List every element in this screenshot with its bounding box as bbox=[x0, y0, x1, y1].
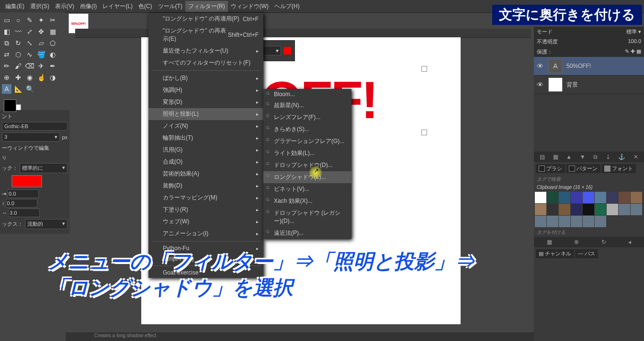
tool-measure[interactable]: 📐 bbox=[13, 84, 23, 94]
tool-perspective[interactable]: ⬠ bbox=[48, 38, 57, 48]
smi-vignette[interactable]: ビネット(V)... bbox=[263, 183, 351, 195]
menu-select[interactable]: 選択(S) bbox=[27, 1, 52, 12]
layer-name[interactable]: 背景 bbox=[566, 81, 578, 89]
mi-animation[interactable]: アニメーション(I) bbox=[148, 228, 263, 240]
box-select[interactable]: 流動的▾ bbox=[25, 219, 68, 229]
tab-brush[interactable]: ブラシ bbox=[536, 164, 565, 173]
tool-rotate[interactable]: ↻ bbox=[13, 38, 23, 48]
down-icon[interactable]: ▼ bbox=[580, 154, 586, 160]
up-icon[interactable]: ▲ bbox=[566, 154, 572, 160]
tool-paths[interactable]: 〰 bbox=[13, 27, 23, 36]
indent-input[interactable] bbox=[7, 189, 39, 198]
menu-image[interactable]: 画像(I) bbox=[77, 1, 100, 12]
mi-reshow[interactable]: "ロングシャドウ" の再表示(E)Shift+Ctrl+F bbox=[148, 25, 263, 45]
text-color[interactable] bbox=[11, 175, 42, 187]
menu-filter[interactable]: フィルター(R) bbox=[185, 1, 228, 12]
menu-view[interactable]: 表示(V) bbox=[52, 1, 77, 12]
tool-clone[interactable]: ⊕ bbox=[2, 73, 11, 82]
pattern-swatch[interactable] bbox=[547, 204, 558, 215]
pattern-swatch[interactable] bbox=[631, 192, 642, 203]
tool-eraser[interactable]: ⌫ bbox=[25, 61, 34, 71]
menu-help[interactable]: ヘルプ(H) bbox=[271, 1, 303, 12]
tool-shear[interactable]: ▱ bbox=[36, 38, 46, 48]
tool-ellipse-select[interactable]: ○ bbox=[13, 15, 23, 25]
tool-scale[interactable]: ⤡ bbox=[25, 38, 34, 48]
smi-sparkle[interactable]: きらめき(S)... bbox=[263, 123, 351, 135]
unit-label[interactable]: px bbox=[62, 134, 68, 140]
tool-airbrush[interactable]: ✈ bbox=[36, 61, 46, 71]
menu-window[interactable]: ウィンドウ(W) bbox=[228, 1, 271, 12]
tool-crop[interactable]: ⧉ bbox=[2, 38, 11, 48]
tab-font[interactable]: フォント bbox=[601, 164, 636, 173]
opacity-value[interactable]: 100.0 bbox=[628, 38, 641, 45]
mode-select[interactable]: 標準的に▾ bbox=[20, 163, 68, 173]
tool-free-select[interactable]: ✎ bbox=[25, 15, 34, 25]
font-select[interactable]: Gothic-EB bbox=[2, 122, 68, 131]
mi-reset[interactable]: すべてのフィルターのリセット(F) bbox=[148, 57, 263, 69]
visibility-icon[interactable]: 👁 bbox=[537, 81, 544, 88]
tool-text[interactable]: A bbox=[2, 84, 11, 94]
smi-drop-shadow-legacy[interactable]: ドロップシャドウ (レガシー)(D)... bbox=[263, 207, 351, 227]
close-icon[interactable]: ⊗ bbox=[574, 239, 579, 245]
menu-edit[interactable]: 編集(E) bbox=[2, 1, 27, 12]
smi-lens-flare[interactable]: レンズフレア(F)... bbox=[263, 111, 351, 123]
smi-drop-shadow[interactable]: ドロップシャドウ(D)... bbox=[263, 159, 351, 171]
mi-artistic[interactable]: 芸術的効果(A) bbox=[148, 168, 263, 180]
tool-pencil[interactable]: ✏ bbox=[2, 61, 11, 71]
tool-fuzzy-select[interactable]: ✦ bbox=[36, 15, 46, 25]
pattern-swatch[interactable] bbox=[547, 216, 558, 227]
float-color[interactable] bbox=[283, 46, 292, 55]
mi-combine[interactable]: 合成(O) bbox=[148, 156, 263, 168]
pattern-swatch[interactable] bbox=[535, 204, 546, 215]
pattern-swatch[interactable] bbox=[535, 216, 546, 227]
smi-xach[interactable]: Xach 効果(X)... bbox=[263, 195, 351, 207]
pattern-swatch[interactable] bbox=[595, 216, 606, 227]
pattern-swatch[interactable] bbox=[583, 204, 594, 215]
tool-align[interactable]: ▦ bbox=[48, 27, 57, 36]
pattern-swatch[interactable] bbox=[583, 192, 594, 203]
pattern-swatch[interactable] bbox=[547, 192, 558, 203]
pattern-swatch[interactable] bbox=[595, 192, 606, 203]
new-layer-icon[interactable]: ▤ bbox=[540, 154, 545, 160]
tool-dodge[interactable]: ◑ bbox=[48, 73, 57, 82]
text-handle-ne[interactable] bbox=[421, 66, 427, 72]
smi-supernova[interactable]: 超新星(N)... bbox=[263, 99, 351, 111]
tool-scissors[interactable]: ✂ bbox=[48, 15, 57, 25]
refresh-icon[interactable]: ↻ bbox=[601, 239, 606, 245]
tool-foreground[interactable]: ◧ bbox=[2, 27, 11, 36]
mi-generic[interactable]: 汎用(G) bbox=[148, 144, 263, 156]
tag-apply[interactable]: タグを付ける bbox=[534, 228, 644, 237]
tool-bucket[interactable]: 🪣 bbox=[36, 50, 46, 59]
pattern-swatch[interactable] bbox=[535, 192, 546, 203]
duplicate-icon[interactable]: ⧉ bbox=[593, 154, 598, 160]
smi-gradient-flare[interactable]: グラデーションフレア(G)... bbox=[263, 135, 351, 147]
menu-layer[interactable]: レイヤー(L) bbox=[100, 1, 136, 12]
pattern-swatch[interactable] bbox=[631, 204, 642, 215]
menu-tools[interactable]: ツール(T) bbox=[155, 1, 185, 12]
mi-decor[interactable]: 装飾(D) bbox=[148, 180, 263, 192]
size-input[interactable]: 3▾ bbox=[2, 132, 60, 142]
tool-rect-select[interactable]: ▭ bbox=[2, 15, 11, 25]
line-spacing-input[interactable] bbox=[6, 199, 37, 208]
layer-name[interactable]: 50%OFF! bbox=[566, 63, 591, 69]
merge-icon[interactable]: ⤓ bbox=[606, 154, 610, 160]
pattern-swatch[interactable] bbox=[559, 216, 570, 227]
text-handle-se[interactable] bbox=[421, 130, 427, 135]
tab-paths[interactable]: 〰 パス bbox=[575, 249, 598, 258]
mode-select[interactable]: 標準 bbox=[626, 29, 637, 34]
mi-blur[interactable]: ぼかし(B) bbox=[148, 72, 263, 84]
mi-render[interactable]: 下塗り(R) bbox=[148, 204, 263, 216]
mi-web[interactable]: ウェブ(W) bbox=[148, 216, 263, 228]
mi-recent[interactable]: 最近使ったフィルター(U) bbox=[148, 45, 263, 57]
smi-lighting[interactable]: ライト効果(L)... bbox=[263, 147, 351, 159]
tool-brush[interactable]: 🖌 bbox=[13, 61, 23, 71]
pattern-swatch[interactable] bbox=[619, 204, 630, 215]
menu-color[interactable]: 色(C) bbox=[136, 1, 155, 12]
visibility-icon[interactable]: 👁 bbox=[537, 62, 544, 70]
tab-channels[interactable]: ▤ チャンネル bbox=[536, 249, 574, 258]
pattern-swatch[interactable] bbox=[571, 204, 582, 215]
menu-icon[interactable]: ◂ bbox=[628, 239, 631, 245]
pattern-swatch[interactable] bbox=[583, 216, 594, 227]
mi-reapply[interactable]: "ロングシャドウ" の再適用(P)Ctrl+F bbox=[148, 13, 263, 25]
ruler-horizontal[interactable] bbox=[75, 29, 531, 38]
